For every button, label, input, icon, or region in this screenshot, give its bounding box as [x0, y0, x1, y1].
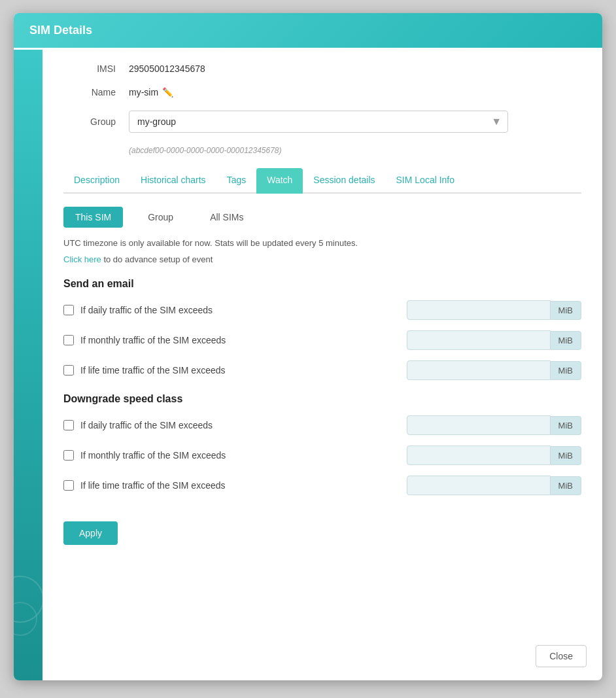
- email-lifetime-unit: MiB: [551, 361, 581, 380]
- edit-name-icon[interactable]: ✏️: [162, 87, 173, 97]
- downgrade-monthly-row: If monthly traffic of the SIM exceeds Mi…: [63, 445, 581, 465]
- svg-point-0: [14, 576, 43, 622]
- sidebar-decoration: [14, 50, 43, 680]
- email-monthly-input-wrapper: MiB: [407, 330, 581, 350]
- downgrade-monthly-unit: MiB: [551, 446, 581, 465]
- downgrade-monthly-input[interactable]: [407, 445, 551, 465]
- downgrade-lifetime-unit: MiB: [551, 476, 581, 495]
- downgrade-lifetime-label: If life time traffic of the SIM exceeds: [80, 480, 407, 491]
- modal-title: SIM Details: [29, 24, 587, 37]
- close-button[interactable]: Close: [536, 645, 587, 667]
- downgrade-lifetime-checkbox[interactable]: [63, 480, 74, 491]
- group-row: Group my-group ▼: [63, 111, 581, 133]
- sub-tab-this-sim[interactable]: This SIM: [63, 207, 123, 228]
- downgrade-daily-input[interactable]: [407, 415, 551, 435]
- tab-watch[interactable]: Watch: [256, 168, 303, 194]
- tab-historical-charts[interactable]: Historical charts: [130, 168, 216, 194]
- email-daily-input[interactable]: [407, 300, 551, 320]
- email-monthly-input[interactable]: [407, 330, 551, 350]
- email-lifetime-checkbox[interactable]: [63, 365, 74, 375]
- group-select[interactable]: my-group: [129, 111, 508, 133]
- modal-body: IMSI 295050012345678 Name my-sim ✏️ Grou…: [43, 48, 602, 587]
- tab-tags[interactable]: Tags: [216, 168, 257, 194]
- downgrade-title: Downgrade speed class: [63, 393, 581, 405]
- advance-setup-text: to do advance setup of event: [101, 254, 213, 264]
- downgrade-lifetime-row: If life time traffic of the SIM exceeds …: [63, 476, 581, 495]
- group-label: Group: [63, 116, 116, 127]
- utc-info-text: UTC timezone is only available for now. …: [63, 238, 581, 248]
- downgrade-monthly-label: If monthly traffic of the SIM exceeds: [80, 450, 407, 461]
- email-monthly-label: If monthly traffic of the SIM exceeds: [80, 335, 407, 345]
- tab-bar: Description Historical charts Tags Watch…: [63, 168, 581, 194]
- downgrade-daily-input-wrapper: MiB: [407, 415, 581, 435]
- name-row: Name my-sim ✏️: [63, 87, 581, 97]
- downgrade-monthly-checkbox[interactable]: [63, 450, 74, 461]
- modal-header: SIM Details: [14, 13, 602, 48]
- send-email-section: Send an email If daily traffic of the SI…: [63, 278, 581, 380]
- send-email-title: Send an email: [63, 278, 581, 290]
- click-here-link[interactable]: Click here: [63, 254, 101, 264]
- email-monthly-checkbox[interactable]: [63, 335, 74, 345]
- imsi-value: 295050012345678: [129, 63, 205, 74]
- downgrade-daily-unit: MiB: [551, 416, 581, 435]
- imsi-row: IMSI 295050012345678: [63, 63, 581, 74]
- email-lifetime-input-wrapper: MiB: [407, 360, 581, 380]
- downgrade-daily-row: If daily traffic of the SIM exceeds MiB: [63, 415, 581, 435]
- email-lifetime-input[interactable]: [407, 360, 551, 380]
- email-lifetime-label: If life time traffic of the SIM exceeds: [80, 365, 407, 375]
- downgrade-lifetime-input[interactable]: [407, 476, 551, 495]
- imsi-label: IMSI: [63, 63, 116, 74]
- email-monthly-row: If monthly traffic of the SIM exceeds Mi…: [63, 330, 581, 350]
- sub-tab-bar: This SIM Group All SIMs: [63, 207, 581, 228]
- apply-button[interactable]: Apply: [63, 521, 118, 545]
- email-daily-label: If daily traffic of the SIM exceeds: [80, 305, 407, 315]
- email-daily-input-wrapper: MiB: [407, 300, 581, 320]
- downgrade-section: Downgrade speed class If daily traffic o…: [63, 393, 581, 495]
- group-select-wrapper: my-group ▼: [129, 111, 508, 133]
- email-lifetime-row: If life time traffic of the SIM exceeds …: [63, 360, 581, 380]
- downgrade-daily-checkbox[interactable]: [63, 420, 74, 430]
- sim-details-modal: SIM Details IMSI 295050012345678 Name my…: [14, 13, 602, 680]
- downgrade-daily-label: If daily traffic of the SIM exceeds: [80, 420, 407, 430]
- tab-description[interactable]: Description: [63, 168, 130, 194]
- email-daily-row: If daily traffic of the SIM exceeds MiB: [63, 300, 581, 320]
- tab-session-details[interactable]: Session details: [303, 168, 385, 194]
- name-label: Name: [63, 87, 116, 97]
- name-value: my-sim: [129, 87, 158, 97]
- downgrade-lifetime-input-wrapper: MiB: [407, 476, 581, 495]
- sub-tab-group[interactable]: Group: [136, 207, 185, 228]
- email-daily-checkbox[interactable]: [63, 305, 74, 315]
- tab-sim-local-info[interactable]: SIM Local Info: [386, 168, 466, 194]
- sub-tab-all-sims[interactable]: All SIMs: [198, 207, 255, 228]
- downgrade-monthly-input-wrapper: MiB: [407, 445, 581, 465]
- click-here-row: Click here to do advance setup of event: [63, 253, 581, 265]
- email-daily-unit: MiB: [551, 301, 581, 320]
- email-monthly-unit: MiB: [551, 331, 581, 350]
- decorative-circles: [14, 560, 46, 641]
- group-uuid: (abcdef00-0000-0000-0000-000012345678): [129, 146, 581, 155]
